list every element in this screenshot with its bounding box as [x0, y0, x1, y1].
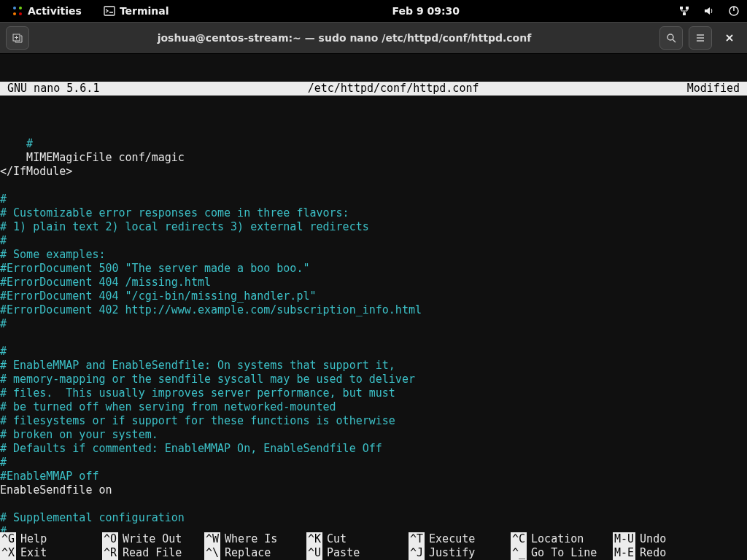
editor-line: EnableSendfile on [0, 483, 747, 497]
activities-icon [12, 5, 23, 17]
nano-status: Modified [687, 82, 740, 96]
shortcut-key: ^T [409, 532, 425, 546]
editor-line [0, 497, 747, 511]
shortcut-key: ^_ [511, 546, 527, 560]
shortcut-label: Go To Line [531, 546, 597, 560]
editor-line: # Supplemental configuration [0, 511, 747, 525]
shortcut-label: Exit [20, 546, 47, 560]
shortcut-key: ^O [102, 532, 118, 546]
editor-line: MIMEMagicFile conf/magic [0, 151, 747, 165]
shortcut-key: ^G [0, 532, 16, 546]
shortcut-location: ^CLocation [511, 532, 613, 546]
shortcut-label: Where Is [225, 532, 277, 546]
shortcut-key: ^C [511, 532, 527, 546]
shortcut-label: Location [531, 532, 584, 546]
editor-line: # EnableMMAP and EnableSendfile: On syst… [0, 359, 747, 373]
svg-rect-4 [104, 7, 115, 15]
active-app-button[interactable]: Terminal [99, 5, 174, 17]
shortcut-label: Paste [327, 546, 360, 560]
shortcut-key: ^\ [204, 546, 220, 560]
editor-line: # 1) plain text 2) local redirects 3) ex… [0, 220, 747, 234]
shortcut-write-out: ^OWrite Out [102, 532, 204, 546]
editor-line: # be turned off when serving from networ… [0, 400, 747, 414]
svg-point-1 [19, 7, 22, 9]
shortcut-label: Redo [640, 546, 666, 560]
svg-point-10 [667, 34, 673, 40]
editor-line: # [0, 345, 747, 359]
shortcut-label: Help [20, 532, 47, 546]
shortcut-exit: ^XExit [0, 546, 102, 560]
close-icon [724, 32, 735, 44]
volume-icon[interactable] [703, 5, 715, 17]
editor-line: # Some examples: [0, 248, 747, 262]
shortcut-redo: M-ERedo [613, 546, 715, 560]
clock[interactable]: Feb 9 09:30 [388, 5, 465, 17]
new-tab-button[interactable] [6, 26, 29, 50]
shortcut-key: M-E [613, 546, 635, 560]
svg-point-0 [13, 7, 16, 9]
editor-line: # [0, 192, 747, 206]
shortcut-key: M-U [613, 532, 635, 546]
shortcut-execute: ^TExecute [409, 532, 511, 546]
shortcut-key: ^U [306, 546, 322, 560]
editor-line: #ErrorDocument 404 /missing.html [0, 276, 747, 289]
shortcut-paste: ^UPaste [306, 546, 409, 560]
shortcut-go-to-line: ^_Go To Line [511, 546, 613, 560]
network-icon[interactable] [678, 5, 690, 17]
window-title: joshua@centos-stream:~ — sudo nano /etc/… [29, 32, 659, 44]
shortcut-replace: ^\Replace [204, 546, 306, 560]
shortcut-key: ^X [0, 546, 16, 560]
close-button[interactable] [718, 26, 741, 50]
clock-label: Feb 9 09:30 [392, 5, 460, 17]
editor-line: # [0, 137, 747, 151]
editor-line: #ErrorDocument 500 "The server made a bo… [0, 262, 747, 276]
shortcut-help: ^GHelp [0, 532, 102, 546]
power-icon[interactable] [728, 5, 740, 17]
shortcut-label: Cut [327, 532, 347, 546]
search-icon [665, 32, 677, 44]
gnome-topbar: Activities Terminal Feb 9 09:30 [0, 0, 747, 22]
editor-line [0, 331, 747, 345]
editor-content[interactable]: # MIMEMagicFile conf/magic</IfModule> ##… [0, 137, 747, 539]
shortcut-where-is: ^WWhere Is [204, 532, 306, 546]
shortcut-label: Undo [640, 532, 666, 546]
editor-line: # filesystems or if support for these fu… [0, 414, 747, 428]
editor-line: #EnableMMAP off [0, 470, 747, 483]
editor-line: # files. This usually improves server pe… [0, 386, 747, 400]
svg-point-2 [13, 12, 16, 15]
editor-line: # memory-mapping or the sendfile syscall… [0, 373, 747, 386]
editor-line: #ErrorDocument 402 http://www.example.co… [0, 303, 747, 317]
shortcut-label: Replace [225, 546, 271, 560]
shortcut-justify: ^JJustify [409, 546, 511, 560]
editor-line: #ErrorDocument 404 "/cgi-bin/missing_han… [0, 289, 747, 303]
shortcut-key: ^R [102, 546, 118, 560]
hamburger-button[interactable] [689, 26, 712, 50]
nano-app-name: GNU nano 5.6.1 [7, 82, 99, 96]
editor-line [0, 179, 747, 192]
shortcut-label: Write Out [123, 532, 182, 546]
nano-shortcut-bar: ^GHelp^OWrite Out^WWhere Is^KCut^TExecut… [0, 532, 747, 560]
editor-line: # broken on your system. [0, 428, 747, 442]
shortcut-label: Execute [429, 532, 475, 546]
new-tab-icon [12, 32, 23, 44]
search-button[interactable] [659, 26, 683, 50]
editor-line: # Defaults if commented: EnableMMAP On, … [0, 442, 747, 456]
editor-line: # Customizable error responses come in t… [0, 206, 747, 220]
shortcut-read-file: ^RRead File [102, 546, 204, 560]
shortcut-key: ^K [306, 532, 322, 546]
activities-label: Activities [28, 5, 82, 17]
nano-header: GNU nano 5.6.1 /etc/httpd/conf/httpd.con… [0, 82, 747, 96]
svg-rect-5 [680, 7, 683, 9]
svg-rect-6 [686, 7, 689, 9]
terminal-icon [104, 5, 115, 17]
shortcut-label: Justify [429, 546, 475, 560]
terminal-viewport[interactable]: GNU nano 5.6.1 /etc/httpd/conf/httpd.con… [0, 54, 747, 560]
activities-button[interactable]: Activities [7, 5, 86, 17]
hamburger-icon [694, 32, 706, 44]
shortcut-cut: ^KCut [306, 532, 409, 546]
shortcut-key: ^J [409, 546, 425, 560]
editor-line: # [0, 234, 747, 248]
svg-rect-7 [683, 12, 686, 15]
shortcut-label: Read File [123, 546, 182, 560]
editor-line: # [0, 456, 747, 470]
